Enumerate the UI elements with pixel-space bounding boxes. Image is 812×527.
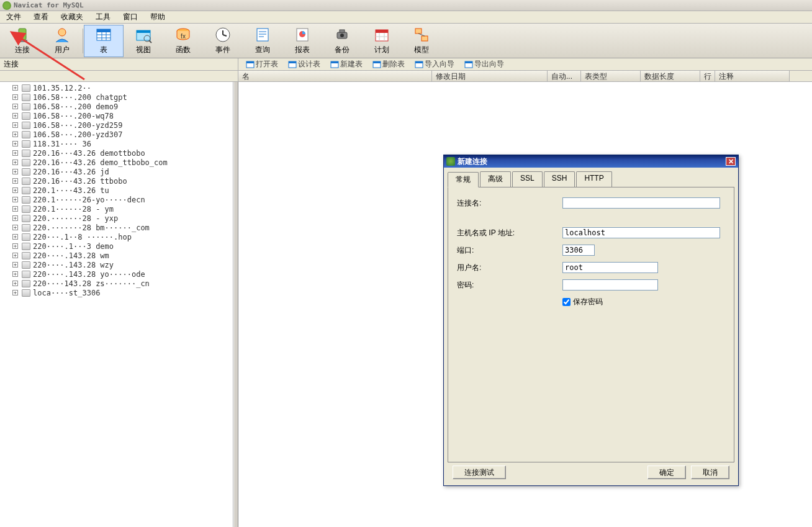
column-header[interactable]: 名 [238,71,432,81]
expand-icon[interactable]: + [12,197,18,202]
menu-收藏夹[interactable]: 收藏夹 [55,11,89,24]
menu-窗口[interactable]: 窗口 [117,11,144,24]
column-header[interactable]: 表类型 [581,71,641,81]
toolbar-backup-button[interactable]: 备份 [322,25,362,57]
connection-item[interactable]: +220.1······28 - ym [0,204,233,214]
expand-icon[interactable]: + [12,225,18,230]
close-icon[interactable]: ✕ [726,157,736,166]
tab-常规[interactable]: 常规 [448,172,479,187]
column-header[interactable]: 行 [700,71,715,81]
expand-icon[interactable]: + [12,262,18,268]
expand-icon[interactable]: + [12,178,18,184]
menu-文件[interactable]: 文件 [0,11,27,24]
action-导入向导[interactable]: 导入向导 [412,58,457,70]
connection-item[interactable]: +106.58···.200 chatgpt [0,92,233,102]
connection-item[interactable]: +106.58···.200-yzd259 [0,120,233,130]
connection-label: 220.16···43.26 ttbobo [33,177,127,186]
column-header[interactable]: 数据长度 [641,71,700,81]
column-header[interactable]: 自动... [548,71,581,81]
connection-item[interactable]: +220.1······26-yo·····decn [0,195,233,204]
connection-item[interactable]: +220····.1···3 demo [0,241,233,251]
action-删除表[interactable]: 删除表 [370,58,407,70]
expand-icon[interactable]: + [12,94,18,100]
expand-icon[interactable]: + [12,253,18,258]
connection-item[interactable]: +101.35.12.2·· [0,83,233,92]
tab-HTTP[interactable]: HTTP [576,171,611,187]
ok-button[interactable]: 确定 [647,466,686,479]
connection-item[interactable]: +220.1····43.26 tu [0,186,233,195]
expand-icon[interactable]: + [12,141,18,146]
toolbar-view-button[interactable]: 视图 [124,25,163,57]
action-新建表[interactable]: 新建表 [328,58,365,70]
action-打开表[interactable]: 打开表 [243,58,281,70]
column-header[interactable]: 修改日期 [432,71,548,81]
expand-icon[interactable]: + [12,104,18,109]
connection-item[interactable]: +220····.143.28 wm [0,251,233,260]
expand-icon[interactable]: + [12,132,18,137]
column-header[interactable]: 注释 [715,71,790,81]
tab-高级[interactable]: 高级 [480,171,511,187]
expand-icon[interactable]: + [12,281,18,286]
port-input[interactable] [562,245,595,256]
toolbar-query-button[interactable]: 查询 [243,25,282,57]
host-input[interactable] [562,227,720,238]
conn-name-input[interactable] [562,197,720,209]
dialog-titlebar[interactable]: 新建连接 ✕ [444,155,738,168]
connection-item[interactable]: +220····143.28 zs·······_cn [0,279,233,288]
action-导出向导[interactable]: 导出向导 [462,58,507,70]
subtoolbar-left-label: 连接 [0,58,238,70]
test-connection-button[interactable]: 连接测试 [453,466,506,479]
view-icon [135,26,152,43]
connection-item[interactable]: +loca····st_3306 [0,288,233,297]
expand-icon[interactable]: + [12,169,18,174]
connection-item[interactable]: +220···.1··8 ······.hop [0,232,233,241]
menu-查看[interactable]: 查看 [27,11,55,24]
expand-icon[interactable]: + [12,271,18,277]
action-设计表[interactable]: 设计表 [286,58,323,70]
expand-icon[interactable]: + [12,215,18,221]
toolbar-report-button[interactable]: 报表 [282,25,322,57]
connection-item[interactable]: +106.58···.200-yzd307 [0,130,233,139]
connection-item[interactable]: +220.16···43.26 demo_ttbobo_com [0,158,233,167]
expand-icon[interactable]: + [12,85,18,91]
expand-icon[interactable]: + [12,150,18,156]
toolbar-schedule-button[interactable]: 计划 [362,25,402,57]
connection-item[interactable]: +220.16···43.26 demottbobo [0,148,233,158]
connection-item[interactable]: +220.16···43.26 jd [0,167,233,176]
db-icon [22,187,30,194]
toolbar-connect-button[interactable]: 连接 [2,25,42,57]
expand-icon[interactable]: + [12,113,18,119]
connection-item[interactable]: +220····.143.28 wzy [0,260,233,269]
cancel-button[interactable]: 取消 [691,466,729,479]
expand-icon[interactable]: + [12,234,18,240]
connection-item[interactable]: +220.·······28 - yxp [0,214,233,223]
table-mini-icon [415,60,423,69]
user-input[interactable] [562,262,658,273]
connection-item[interactable]: +118.31···· 36 [0,139,233,148]
tab-SSL[interactable]: SSL [512,171,543,187]
expand-icon[interactable]: + [12,243,18,249]
connection-item[interactable]: +106.58···.200-wq78 [0,111,233,120]
connection-item[interactable]: +220.16···43.26 ttbobo [0,176,233,186]
connection-item[interactable]: +106.58···.200 demo9 [0,102,233,111]
menu-工具[interactable]: 工具 [89,11,117,24]
expand-icon[interactable]: + [12,290,18,295]
connection-item[interactable]: +220····.143.28 yo·····ode [0,269,233,279]
pass-input[interactable] [562,279,658,291]
connection-tree[interactable]: +101.35.12.2··+106.58···.200 chatgpt+106… [0,82,233,527]
tab-SSH[interactable]: SSH [544,171,575,187]
db-icon [22,271,30,278]
expand-icon[interactable]: + [12,206,18,212]
menu-帮助[interactable]: 帮助 [144,11,171,24]
connection-item[interactable]: +220.·······28 bm······_com [0,223,233,232]
expand-icon[interactable]: + [12,122,18,128]
splitter[interactable] [233,82,238,527]
toolbar-function-button[interactable]: fx函数 [163,25,203,57]
expand-icon[interactable]: + [12,187,18,193]
save-pass-checkbox[interactable] [562,298,571,306]
toolbar-table-button[interactable]: 表 [84,25,124,57]
expand-icon[interactable]: + [12,160,18,165]
toolbar-user-button[interactable]: 用户 [42,25,82,57]
toolbar-event-button[interactable]: 事件 [203,25,243,57]
toolbar-model-button[interactable]: 模型 [402,25,441,57]
